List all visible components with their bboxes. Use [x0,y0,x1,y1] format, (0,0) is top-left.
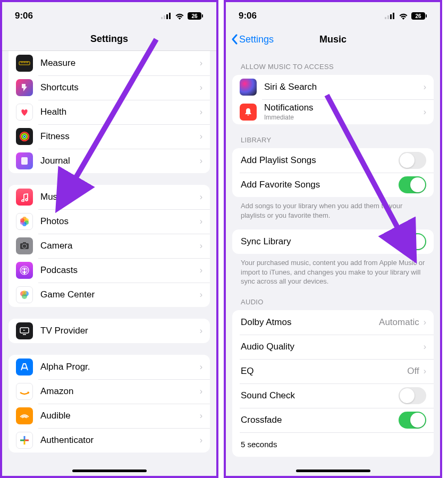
row-dolby-atmos[interactable]: Dolby Atmos Automatic › [232,310,434,335]
row-shortcuts[interactable]: Shortcuts › [9,75,210,100]
row-label: Music [40,192,200,202]
chevron-right-icon: › [424,82,426,92]
row-sync-library[interactable]: Sync Library [232,229,434,254]
row-label: Alpha Progr. [40,362,200,372]
row-value: Off [407,366,419,377]
row-label: Journal [40,156,200,166]
row-label: 5 seconds [241,440,426,449]
row-game-center[interactable]: Game Center › [9,283,210,307]
row-alpha-progr[interactable]: Alpha Progr. › [9,355,210,379]
health-icon [16,104,33,121]
chevron-right-icon: › [200,436,202,445]
chevron-right-icon: › [424,366,426,376]
nav-bar: Settings Music [226,28,440,51]
row-siri-search[interactable]: Siri & Search › [232,75,434,99]
row-label: Siri & Search [264,82,424,92]
chevron-right-icon: › [200,266,202,275]
row-authenticator[interactable]: Authenticator › [9,428,210,453]
row-label: Sync Library [241,236,399,247]
row-add-favorite-songs[interactable]: Add Favorite Songs [232,173,434,197]
svg-point-14 [22,134,27,139]
svg-rect-34 [23,334,26,335]
amazon-icon [16,383,33,400]
row-add-playlist-songs[interactable]: Add Playlist Songs [232,148,434,173]
chevron-right-icon: › [200,83,202,92]
chevron-right-icon: › [200,132,202,141]
row-health[interactable]: Health › [9,100,210,124]
camera-icon [16,237,33,254]
page-title: Music [319,34,346,45]
row-tv-provider[interactable]: TV Provider › [9,319,210,343]
row-label: TV Provider [40,326,200,336]
status-bar: 9:06 26 [226,2,440,28]
row-journal[interactable]: Journal › [9,149,210,173]
toggle-sound-check[interactable] [399,387,426,404]
row-label: Notifications [264,103,424,113]
row-music[interactable]: Music › [9,185,210,209]
game-center-icon [16,286,33,303]
row-label: Audible [40,411,200,421]
row-label: Shortcuts [40,82,200,93]
cellular-icon [385,13,395,19]
svg-point-15 [23,135,26,138]
back-label: Settings [239,34,274,45]
chevron-right-icon: › [200,326,202,336]
photos-icon [16,213,33,230]
row-crossfade[interactable]: Crossfade [232,408,434,432]
row-label: Add Playlist Songs [241,155,399,166]
row-camera[interactable]: Camera › [9,234,210,258]
row-crossfade-time[interactable]: 5 seconds [232,432,434,457]
svg-text:26: 26 [191,13,198,19]
row-sound-check[interactable]: Sound Check [232,383,434,408]
battery-icon: 26 [188,12,204,20]
music-icon [16,189,33,206]
chevron-right-icon: › [424,318,426,327]
row-podcasts[interactable]: Podcasts › [9,258,210,283]
row-label: Audio Quality [241,342,424,352]
row-fitness[interactable]: Fitness › [9,124,210,149]
toggle-crossfade[interactable] [399,412,426,429]
wifi-icon [175,13,184,20]
svg-text:26: 26 [415,13,421,19]
status-bar: 9:06 26 [2,2,216,28]
wifi-icon [399,13,408,20]
row-notifications[interactable]: Notifications Immediate › [232,99,434,124]
settings-list[interactable]: Measure › Shortcuts › Health › Fitness ›… [2,51,216,476]
row-label: Fitness [40,131,200,142]
home-indicator[interactable] [72,470,147,472]
svg-point-22 [20,218,24,223]
row-sublabel: Immediate [264,114,424,121]
svg-point-32 [22,291,27,295]
svg-rect-25 [23,242,26,244]
row-label: Camera [40,241,200,251]
row-label: Crossfade [241,415,399,425]
chevron-right-icon: › [200,290,202,300]
svg-rect-16 [21,157,28,165]
svg-rect-3 [169,13,171,19]
tv-provider-icon [16,322,33,339]
chevron-left-icon [231,34,238,45]
row-eq[interactable]: EQ Off › [232,359,434,383]
svg-point-28 [23,268,26,270]
row-label: Game Center [40,289,200,300]
row-audio-quality[interactable]: Audio Quality › [232,335,434,359]
toggle-sync-library[interactable] [399,233,426,250]
row-label: Sound Check [241,390,399,401]
back-button[interactable]: Settings [231,34,274,45]
phone-right-music: 9:06 26 Settings Music Allow Music to Ac… [224,0,442,478]
row-photos[interactable]: Photos › [9,209,210,234]
toggle-add-playlist-songs[interactable] [399,152,426,169]
row-label: Podcasts [40,265,200,276]
music-settings-list[interactable]: Allow Music to Access Siri & Search › No… [226,51,440,476]
section-footer-sync: Your purchased music, content you add fr… [226,254,440,286]
row-label: Measure [40,58,200,69]
chevron-right-icon: › [200,241,202,251]
shortcuts-icon [16,79,33,96]
row-label: Amazon [40,386,200,397]
row-measure[interactable]: Measure › [9,51,210,75]
row-audible[interactable]: Audible › [9,404,210,428]
row-amazon[interactable]: Amazon › [9,379,210,404]
home-indicator[interactable] [296,470,370,472]
row-label: Add Favorite Songs [241,180,399,190]
toggle-add-favorite-songs[interactable] [399,176,426,193]
